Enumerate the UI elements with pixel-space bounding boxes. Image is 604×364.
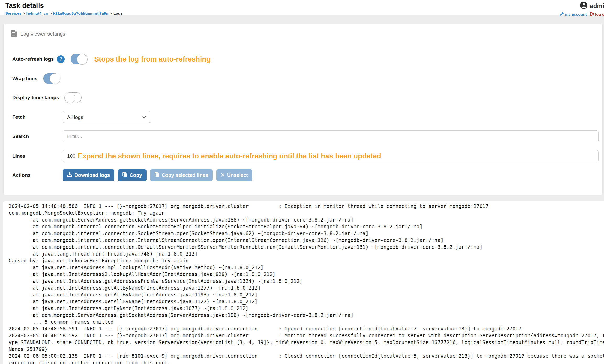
- user-name-row: admin: [560, 1, 604, 11]
- auto-refresh-row: Auto-refresh logs ? Stops the log from a…: [12, 53, 599, 65]
- display-timestamps-label: Display timestamps: [12, 95, 59, 101]
- toggle-knob: [77, 54, 88, 65]
- breadcrumb-separator: >: [21, 11, 26, 15]
- help-icon[interactable]: ?: [57, 55, 65, 63]
- page-title: Task details: [5, 2, 44, 10]
- fetch-select[interactable]: All logs: [63, 111, 150, 123]
- search-input[interactable]: [63, 130, 599, 142]
- display-timestamps-row: Display timestamps: [12, 92, 599, 104]
- log-out-icon: [590, 12, 594, 17]
- x-icon: [221, 172, 225, 178]
- document-icon: [11, 30, 17, 38]
- search-row: Search: [12, 130, 599, 142]
- fetch-row: Fetch All logs: [12, 111, 599, 123]
- unselect-label: Unselect: [227, 172, 248, 178]
- actions-row: Actions Download logs Copy Copy selected…: [12, 169, 599, 181]
- toggle-knob: [50, 73, 60, 84]
- auto-refresh-label: Auto-refresh logs: [12, 56, 54, 62]
- log-output: 2024-02-05 14:48:48.586 INFO 1 --- [}-mo…: [3, 201, 604, 364]
- wrap-lines-toggle[interactable]: [43, 73, 60, 84]
- breadcrumb-separator: >: [109, 11, 114, 15]
- my-account-label: my account: [565, 12, 587, 16]
- unselect-button[interactable]: Unselect: [216, 169, 252, 181]
- log-viewer-settings-panel: Log viewer settings Auto-refresh logs ? …: [3, 24, 603, 195]
- display-timestamps-toggle[interactable]: [65, 92, 82, 103]
- lines-label: Lines: [12, 153, 63, 159]
- user-block: admin my account log out: [560, 1, 604, 17]
- toggle-knob: [64, 92, 75, 103]
- user-name: admin: [590, 2, 604, 10]
- copy-selected-lines-button[interactable]: Copy selected lines: [150, 169, 213, 181]
- breadcrumb-link-services[interactable]: Services: [5, 11, 21, 15]
- log-out-link[interactable]: log out: [590, 12, 604, 17]
- copy-icon: [155, 172, 159, 179]
- lines-input[interactable]: [63, 150, 599, 162]
- breadcrumb-link-service-name[interactable]: helmut4_co: [26, 11, 48, 15]
- breadcrumb: Services>helmut4_co>k21g8qqq6g7ohljtmmmt…: [5, 11, 123, 15]
- auto-refresh-annotation: Stops the log from auto-refreshing: [94, 55, 211, 63]
- breadcrumb-separator: >: [48, 11, 53, 15]
- my-account-link[interactable]: my account: [560, 12, 587, 17]
- download-icon: [67, 172, 72, 178]
- user-avatar-icon: [580, 1, 588, 11]
- download-logs-button[interactable]: Download logs: [63, 169, 114, 181]
- log-output-panel[interactable]: 2024-02-05 14:48:48.586 INFO 1 --- [}-mo…: [3, 201, 604, 364]
- log-out-label: log out: [595, 12, 604, 16]
- breadcrumb-current-logs: Logs: [113, 11, 123, 15]
- actions-label: Actions: [12, 172, 63, 178]
- panel-title: Log viewer settings: [20, 31, 65, 37]
- lines-row: Lines Expand the shown lines, requires t…: [12, 150, 599, 162]
- wrench-icon: [560, 12, 564, 17]
- copy-icon: [122, 172, 127, 179]
- breadcrumb-link-task-id[interactable]: k21g8qqq6g7ohljtmmmtj7a9n: [53, 11, 109, 15]
- search-label: Search: [12, 134, 63, 139]
- panel-header: Log viewer settings: [11, 30, 65, 38]
- top-header: Task details Services>helmut4_co>k21g8qq…: [0, 0, 604, 15]
- auto-refresh-toggle[interactable]: [71, 54, 87, 64]
- copy-button[interactable]: Copy: [118, 169, 147, 181]
- copy-label: Copy: [130, 172, 142, 178]
- wrap-lines-label: Wrap lines: [12, 76, 37, 81]
- copy-selected-lines-label: Copy selected lines: [162, 172, 208, 178]
- wrap-lines-row: Wrap lines: [12, 73, 599, 85]
- fetch-label: Fetch: [12, 114, 63, 120]
- download-logs-label: Download logs: [74, 172, 110, 178]
